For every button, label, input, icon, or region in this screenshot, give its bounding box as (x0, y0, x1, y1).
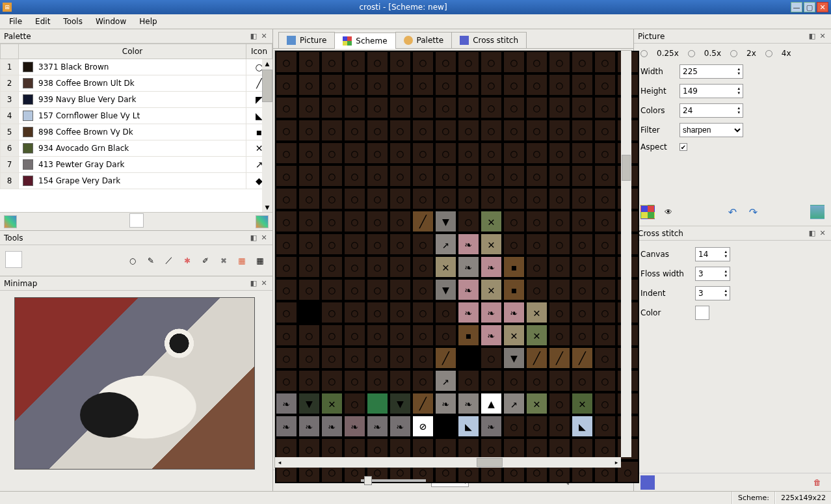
stitch-cell[interactable]: ○ (298, 324, 321, 347)
stitch-cell[interactable] (457, 347, 480, 369)
stitch-cell[interactable]: ○ (321, 142, 343, 165)
minimize-button[interactable]: — (791, 2, 802, 12)
stitch-cell[interactable]: ○ (389, 165, 412, 187)
canvas-scrollbar-horizontal[interactable]: ◂ ▸ (275, 457, 621, 468)
stitch-cell[interactable]: ○ (412, 278, 434, 301)
stitch-cell[interactable]: ○ (321, 347, 343, 369)
stitch-cell[interactable]: ○ (434, 119, 457, 142)
stitch-cell[interactable]: ╱ (434, 347, 457, 369)
stitch-cell[interactable]: ○ (594, 73, 616, 96)
stitch-cell[interactable]: ✕ (434, 256, 457, 278)
width-input[interactable]: 225▴▾ (679, 64, 743, 79)
stitch-cell[interactable]: ○ (275, 301, 298, 324)
stitch-cell[interactable]: ○ (275, 73, 298, 96)
stitch-cell[interactable]: ○ (389, 256, 412, 278)
stitch-cell[interactable]: ○ (275, 165, 298, 187)
fill-tool-icon[interactable]: ▦ (235, 254, 249, 268)
stitch-cell[interactable]: ○ (548, 119, 571, 142)
indent-input[interactable]: 3▴▾ (695, 286, 730, 300)
stitch-cell[interactable]: ○ (594, 369, 616, 392)
scroll-thumb-h[interactable] (477, 458, 503, 467)
tab-palette[interactable]: Palette (395, 32, 453, 48)
tools-restore-icon[interactable]: ◧ (249, 233, 258, 243)
stitch-cell[interactable]: ❧ (457, 233, 480, 256)
stitch-cell[interactable]: ○ (389, 369, 412, 392)
zoom-05-radio[interactable] (688, 50, 695, 57)
stitch-cell[interactable]: ○ (571, 324, 594, 347)
remove-color-button[interactable] (256, 215, 269, 228)
stitch-cell[interactable]: ○ (571, 369, 594, 392)
stitch-cell[interactable]: ▪ (503, 278, 525, 301)
stitch-cell[interactable]: ○ (412, 51, 434, 73)
tools-close-icon[interactable]: ✕ (259, 233, 269, 243)
palette-row[interactable]: 4 157 Cornflower Blue Vy Lt ◣ (1, 108, 272, 124)
stitch-cell[interactable]: ○ (571, 210, 594, 233)
stitch-cell[interactable]: ○ (389, 301, 412, 324)
stitch-cell[interactable] (366, 392, 389, 415)
stitch-cell[interactable]: ○ (480, 73, 503, 96)
stitch-cell[interactable]: ○ (275, 119, 298, 142)
stitch-cell[interactable]: ▪ (503, 256, 525, 278)
stitch-cell[interactable]: ○ (525, 96, 548, 119)
stitch-cell[interactable]: ○ (389, 347, 412, 369)
stitch-cell[interactable]: ○ (366, 324, 389, 347)
stitch-cell[interactable]: ○ (434, 142, 457, 165)
height-input[interactable]: 149▴▾ (679, 84, 743, 98)
stitch-cell[interactable]: ○ (548, 73, 571, 96)
stitch-cell[interactable]: ○ (548, 369, 571, 392)
stitch-cell[interactable]: ○ (366, 165, 389, 187)
stitch-cell[interactable]: ○ (298, 369, 321, 392)
stitch-cell[interactable]: ○ (548, 51, 571, 73)
stitch-cell[interactable]: ╱ (412, 210, 434, 233)
stitch-cell[interactable]: ○ (571, 51, 594, 73)
stitch-cell[interactable]: ○ (321, 73, 343, 96)
stitch-cell[interactable]: ╱ (412, 392, 434, 415)
stitch-cell[interactable]: ○ (275, 256, 298, 278)
stitch-cell[interactable]: ○ (343, 369, 366, 392)
stitch-cell[interactable]: ○ (275, 369, 298, 392)
stitch-cell[interactable]: ○ (457, 73, 480, 96)
stitch-cell[interactable]: ○ (366, 96, 389, 119)
stitch-cell[interactable]: ○ (298, 73, 321, 96)
stitch-cell[interactable]: ○ (525, 278, 548, 301)
stitch-cell[interactable]: ○ (298, 119, 321, 142)
stitch-cell[interactable]: ○ (275, 51, 298, 73)
scroll-left-icon[interactable]: ◂ (275, 458, 284, 467)
stitch-cell[interactable]: ○ (343, 73, 366, 96)
stitch-cell[interactable]: ○ (503, 210, 525, 233)
stitch-cell[interactable]: ○ (389, 187, 412, 210)
palette-header-color[interactable]: Color (19, 44, 246, 59)
stitch-cell[interactable]: ○ (525, 142, 548, 165)
filter-select[interactable]: sharpen (679, 123, 743, 137)
stitch-cell[interactable]: ○ (343, 301, 366, 324)
stitch-cell[interactable]: ○ (343, 165, 366, 187)
palette-row[interactable]: 8 154 Grape Very Dark ◆ (1, 173, 272, 189)
stitch-cell[interactable]: ❧ (457, 301, 480, 324)
stitch-cell[interactable]: ○ (434, 51, 457, 73)
tab-scheme[interactable]: Scheme (334, 33, 395, 49)
stitch-cell[interactable]: ○ (434, 165, 457, 187)
stitch-cell[interactable]: ○ (298, 96, 321, 119)
stitch-cell[interactable]: ❧ (480, 324, 503, 347)
stitch-cell[interactable]: ○ (571, 73, 594, 96)
stitch-cell[interactable]: ○ (343, 187, 366, 210)
canvas-input[interactable]: 14▴▾ (695, 247, 730, 261)
stitch-cell[interactable]: ○ (275, 142, 298, 165)
stitch-cell[interactable]: ○ (548, 256, 571, 278)
stitch-cell[interactable]: ○ (457, 119, 480, 142)
stitch-cell[interactable]: ○ (480, 347, 503, 369)
stitch-cell[interactable]: ○ (480, 96, 503, 119)
stitch-cell[interactable]: ○ (503, 142, 525, 165)
stitch-cell[interactable]: ❧ (457, 392, 480, 415)
scroll-up-icon[interactable]: ▲ (262, 59, 272, 68)
stitch-cell[interactable]: ✕ (571, 392, 594, 415)
stitch-cell[interactable]: ○ (434, 187, 457, 210)
stitch-cell[interactable]: ○ (434, 324, 457, 347)
stitch-cell[interactable]: ○ (298, 187, 321, 210)
stitch-cell[interactable]: ○ (594, 210, 616, 233)
stitch-cell[interactable]: ○ (480, 165, 503, 187)
stitch-cell[interactable]: ○ (321, 256, 343, 278)
stitch-cell[interactable]: ○ (594, 119, 616, 142)
line-tool-icon[interactable]: ／ (162, 254, 176, 268)
stitch-cell[interactable]: ❧ (503, 301, 525, 324)
